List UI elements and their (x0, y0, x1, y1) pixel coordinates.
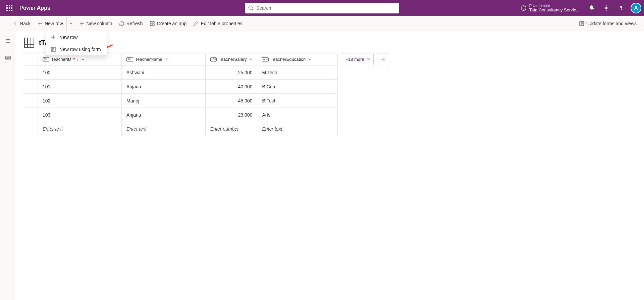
new-cell-education[interactable]: Enter text (257, 122, 338, 136)
new-cell-name[interactable]: Enter text (122, 122, 206, 136)
new-row-dropdown: New row New row using form (46, 31, 107, 56)
svg-rect-3 (150, 22, 152, 23)
gear-icon (603, 5, 609, 11)
form-icon (579, 21, 584, 26)
row-handle[interactable] (23, 80, 38, 94)
app-launcher-button[interactable] (3, 0, 16, 16)
table-heading: tTables (23, 38, 644, 48)
cell-id[interactable]: 103 (38, 108, 122, 122)
svg-point-2 (621, 9, 621, 10)
form-icon (51, 47, 56, 52)
environment-name: Tata Consultancy Servic... (529, 8, 580, 12)
cell-salary[interactable]: 45,000 (206, 94, 257, 108)
help-icon (618, 5, 624, 11)
more-columns-label: +18 more (345, 57, 364, 62)
row-handle[interactable] (23, 94, 38, 108)
text-type-icon: Abc (126, 57, 133, 61)
refresh-button[interactable]: Refresh (116, 16, 146, 31)
row-handle[interactable] (23, 108, 38, 122)
more-columns-button[interactable]: +18 more (342, 53, 373, 65)
table-row[interactable]: 101Anjana40,000B.Com (23, 80, 338, 94)
col-edu-label: TeacherEducation (271, 57, 306, 62)
add-column-button[interactable] (377, 53, 389, 65)
cell-id[interactable]: 101 (38, 80, 122, 94)
svg-rect-5 (150, 24, 152, 26)
new-row-button[interactable]: New row (34, 16, 66, 31)
svg-text:Abc: Abc (6, 57, 9, 59)
plus-icon (51, 35, 56, 40)
column-header-education[interactable]: Abc TeacherEducation (257, 53, 338, 66)
new-row-dropdown-button[interactable] (66, 16, 76, 31)
text-type-icon: Abc (262, 57, 269, 61)
text-type-icon: Abc (43, 57, 49, 61)
sort-asc-icon: ↑ (77, 57, 79, 61)
svg-rect-6 (153, 24, 154, 26)
chevron-down-icon (69, 22, 73, 25)
cell-name[interactable]: Anjana (122, 80, 206, 94)
help-button[interactable] (614, 0, 628, 16)
dropdown-new-row-form[interactable]: New row using form (46, 43, 107, 55)
row-handle[interactable] (23, 66, 38, 80)
cell-name[interactable]: Anjana (122, 108, 206, 122)
table-icon (24, 38, 34, 48)
update-forms-button[interactable]: Update forms and views (576, 16, 640, 31)
cell-salary[interactable]: 25,000 (206, 66, 257, 80)
plus-icon (37, 21, 43, 26)
update-forms-label: Update forms and views (586, 21, 637, 26)
chevron-down-icon (249, 58, 252, 61)
grid-side-actions: +18 more (342, 53, 389, 65)
environment-text: Environment Tata Consultancy Servic... (529, 4, 580, 12)
table-row[interactable]: 102Manoj45,000B.Tech (23, 94, 338, 108)
table-row[interactable]: 103Anjana23,000Arts (23, 108, 338, 122)
cell-salary[interactable]: 40,000 (206, 80, 257, 94)
chevron-down-icon (82, 58, 85, 61)
search-container (245, 3, 399, 13)
notifications-button[interactable] (585, 0, 598, 16)
new-row[interactable]: Enter textEnter textEnter numberEnter te… (23, 122, 338, 136)
search-box[interactable] (245, 3, 399, 13)
search-input[interactable] (256, 5, 396, 11)
settings-button[interactable] (600, 0, 613, 16)
main-content: tTables New row New row using form (16, 31, 644, 300)
back-arrow-icon (13, 21, 18, 26)
edit-properties-button[interactable]: Edit table properties (190, 16, 246, 31)
new-cell-salary[interactable]: Enter number (206, 122, 257, 136)
edit-properties-label: Edit table properties (201, 21, 243, 26)
cell-name[interactable]: Manoj (122, 94, 206, 108)
new-column-button[interactable]: New column (76, 16, 116, 31)
table-row[interactable]: 100Ashwani25,000M.Tech (23, 66, 338, 80)
cell-education[interactable]: B.Tech (257, 94, 338, 108)
cell-education[interactable]: Arts (257, 108, 338, 122)
col-name-label: TeacherName (135, 57, 162, 62)
column-header-salary[interactable]: 123 TeacherSalary (206, 53, 257, 66)
user-avatar[interactable]: A (631, 3, 641, 13)
cell-name[interactable]: Ashwani (122, 66, 206, 80)
brand-label[interactable]: Power Apps (19, 5, 50, 11)
grid-wrapper: Abc TeacherID * ↑ Abc TeacherName (23, 53, 644, 136)
refresh-icon (119, 21, 124, 26)
header-right: Environment Tata Consultancy Servic... A (521, 0, 641, 16)
cell-id[interactable]: 100 (38, 66, 122, 80)
rail-menu-button[interactable] (3, 36, 13, 46)
cell-salary[interactable]: 23,000 (206, 108, 257, 122)
cell-education[interactable]: M.Tech (257, 66, 338, 80)
left-rail: Abc (0, 31, 16, 300)
new-cell-id[interactable]: Enter text (38, 122, 122, 136)
plus-icon (79, 21, 85, 26)
create-app-label: Create an app (157, 21, 187, 26)
cell-id[interactable]: 102 (38, 94, 122, 108)
command-bar: Back New row New column Refresh Create a… (0, 16, 644, 31)
rail-abc-button[interactable]: Abc (3, 52, 13, 63)
cell-education[interactable]: B.Com (257, 80, 338, 94)
row-handle[interactable] (23, 122, 38, 136)
body: Abc tTables New row New row using form (0, 31, 644, 300)
back-button[interactable]: Back (9, 16, 34, 31)
environment-picker[interactable]: Environment Tata Consultancy Servic... (521, 4, 580, 12)
field-icon: Abc (5, 55, 11, 60)
svg-point-1 (605, 7, 607, 9)
dropdown-new-row[interactable]: New row (46, 31, 107, 43)
chevron-down-icon (165, 58, 168, 61)
search-icon (248, 5, 254, 11)
column-header-name[interactable]: Abc TeacherName (122, 53, 206, 66)
create-app-button[interactable]: Create an app (146, 16, 190, 31)
